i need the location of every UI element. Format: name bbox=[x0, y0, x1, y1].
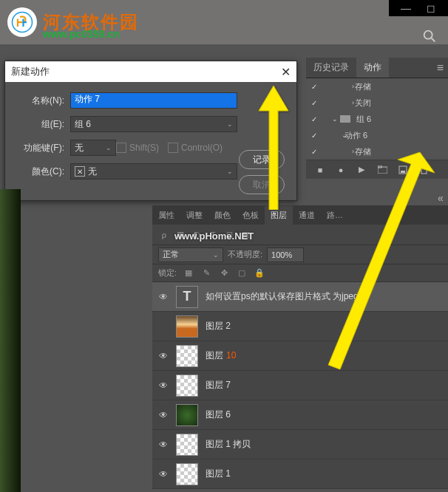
shift-checkbox bbox=[116, 143, 126, 153]
visibility-icon[interactable]: 👁 bbox=[158, 469, 169, 479]
layer-row[interactable]: 👁T如何设置ps的默认保存图片格式 为jpeg? bbox=[152, 282, 448, 312]
folder-icon bbox=[340, 115, 350, 123]
search-icon[interactable] bbox=[421, 28, 442, 49]
record-button[interactable]: 记录 bbox=[239, 150, 285, 169]
lock-pixels-icon[interactable]: ▦ bbox=[183, 267, 194, 279]
layer-row[interactable]: 👁图层 1 bbox=[152, 459, 448, 489]
layer-name[interactable]: 图层 2 bbox=[206, 320, 231, 332]
control-label: Control(O) bbox=[181, 143, 223, 153]
tab-swatches[interactable]: 色板 bbox=[237, 206, 265, 225]
layer-name[interactable]: 图层 6 bbox=[206, 409, 231, 421]
name-label: 名称(N): bbox=[16, 95, 64, 107]
minimize-icon[interactable]: — bbox=[396, 3, 415, 13]
lock-all-icon[interactable]: 🔒 bbox=[254, 267, 265, 279]
layer-row[interactable]: 👁图层10 bbox=[152, 341, 448, 371]
fkey-select[interactable]: 无⌄ bbox=[70, 140, 116, 156]
stop-icon[interactable]: ■ bbox=[315, 165, 325, 175]
action-group[interactable]: 组 6 bbox=[353, 114, 371, 125]
group-label: 组(E): bbox=[16, 118, 64, 131]
record-icon[interactable]: ● bbox=[336, 165, 346, 175]
close-icon[interactable]: ✕ bbox=[281, 65, 291, 79]
maximize-icon[interactable]: ◻ bbox=[421, 3, 441, 13]
action-item[interactable]: 动作 6 bbox=[342, 130, 367, 141]
color-select[interactable]: ✕无⌄ bbox=[70, 163, 237, 180]
visibility-icon[interactable]: 👁 bbox=[158, 351, 169, 361]
layer-thumbnail: T bbox=[176, 286, 198, 308]
visibility-icon[interactable]: 👁 bbox=[158, 380, 169, 391]
action-item[interactable]: 关闭 bbox=[352, 98, 371, 109]
tab-layers[interactable]: 图层 bbox=[265, 206, 293, 225]
layer-thumbnail bbox=[176, 434, 198, 456]
opacity-input[interactable]: 100% bbox=[267, 247, 304, 262]
layer-thumbnail bbox=[176, 315, 198, 338]
trash-icon[interactable] bbox=[418, 165, 429, 175]
layer-name[interactable]: 图层10 bbox=[206, 349, 236, 362]
opacity-label: 不透明度: bbox=[228, 249, 262, 260]
svg-rect-7 bbox=[421, 168, 427, 174]
layer-thumbnail bbox=[176, 375, 198, 397]
cancel-button[interactable]: 取消 bbox=[239, 175, 285, 194]
svg-point-1 bbox=[424, 31, 432, 39]
lock-label: 锁定: bbox=[158, 267, 177, 279]
lock-brush-icon[interactable]: ✎ bbox=[200, 267, 212, 279]
site-url: www.pc0359.cn bbox=[43, 28, 120, 40]
layer-name[interactable]: 图层 7 bbox=[206, 379, 231, 392]
tab-paths[interactable]: 路… bbox=[321, 206, 349, 225]
tab-properties[interactable]: 属性 bbox=[152, 206, 180, 225]
actions-panel: 历史记录 动作 ≡ ✓›存储 ✓›关闭 ✓⌄组 6 ✓⌄动作 6 ✓›存储 ■ … bbox=[306, 58, 448, 179]
layer-row[interactable]: 👁图层 7 bbox=[152, 371, 448, 400]
folder-new-icon[interactable] bbox=[377, 165, 387, 175]
group-select[interactable]: 组 6⌄ bbox=[70, 116, 237, 132]
watermark: www.pHome.NET bbox=[174, 230, 254, 242]
layer-thumbnail bbox=[176, 345, 198, 367]
dialog-title: 新建动作 bbox=[11, 65, 50, 78]
tab-channels[interactable]: 通道 bbox=[293, 206, 321, 225]
tab-history[interactable]: 历史记录 bbox=[306, 58, 356, 78]
svg-rect-6 bbox=[401, 171, 405, 173]
lock-move-icon[interactable]: ✥ bbox=[218, 267, 230, 279]
layers-panel: 属性 调整 颜色 色板 图层 通道 路… ρ ▦ ◐ T ◻ ▣ 正常⌄ 不透明… bbox=[152, 205, 448, 489]
panel-menu-icon[interactable]: ≡ bbox=[437, 61, 448, 75]
expand-panel-icon[interactable]: « bbox=[433, 191, 448, 205]
lock-artboard-icon[interactable]: ▢ bbox=[236, 267, 248, 279]
tab-adjustments[interactable]: 调整 bbox=[180, 206, 208, 225]
canvas bbox=[0, 189, 21, 492]
layer-thumbnail bbox=[176, 463, 198, 485]
play-icon[interactable]: ▶ bbox=[356, 165, 367, 175]
visibility-icon[interactable]: 👁 bbox=[158, 410, 169, 420]
layer-row[interactable]: 👁图层 1 拷贝 bbox=[152, 430, 448, 459]
layer-name[interactable]: 如何设置ps的默认保存图片格式 为jpeg? bbox=[206, 290, 363, 303]
layer-name[interactable]: 图层 1 拷贝 bbox=[206, 438, 251, 451]
svg-line-2 bbox=[432, 38, 435, 42]
blend-mode-select[interactable]: 正常⌄ bbox=[158, 247, 223, 262]
tab-color[interactable]: 颜色 bbox=[208, 206, 237, 225]
layer-row[interactable]: 图层 2 bbox=[152, 312, 448, 341]
layer-thumbnail bbox=[176, 404, 198, 426]
shift-label: Shift(S) bbox=[129, 143, 159, 153]
new-action-dialog: 新建动作 ✕ 名称(N): 动作 7 组(E): 组 6⌄ 功能键(F): 无⌄… bbox=[4, 61, 297, 201]
tab-actions[interactable]: 动作 bbox=[356, 58, 389, 78]
site-logo bbox=[7, 7, 37, 37]
layer-name[interactable]: 图层 1 bbox=[206, 468, 231, 480]
control-checkbox bbox=[168, 143, 178, 153]
visibility-icon[interactable]: 👁 bbox=[158, 440, 169, 450]
color-label: 颜色(C): bbox=[16, 165, 64, 178]
layer-row[interactable]: 👁图层 6 bbox=[152, 400, 448, 430]
name-input[interactable]: 动作 7 bbox=[70, 92, 237, 109]
visibility-icon[interactable]: 👁 bbox=[158, 292, 169, 302]
new-action-icon[interactable] bbox=[398, 165, 408, 175]
fkey-label: 功能键(F): bbox=[16, 142, 64, 154]
filter-icon[interactable]: ρ bbox=[158, 229, 170, 241]
action-item[interactable]: 存储 bbox=[352, 81, 371, 92]
action-item[interactable]: 存储 bbox=[352, 146, 371, 157]
